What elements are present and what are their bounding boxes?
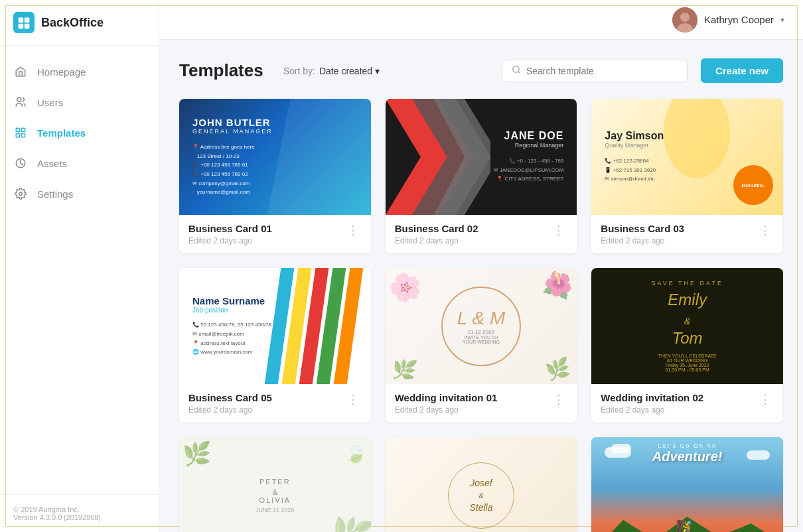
main-area: Kathryn Cooper ▾ Templates Sort by: Date… — [159, 0, 803, 532]
template-thumb-wi02: SAVE THE DATE Emily & Tom THEN YOU'LL CE… — [591, 268, 783, 384]
template-thumb-wi03: 🌿 🍃 🌿 PETER & OLIVIA JUNE 21 2020 — [179, 437, 371, 532]
template-card-adv01[interactable]: Let's Go On An Adventure! 🧗 Adventure Po… — [591, 437, 783, 532]
template-thumb-adv01: Let's Go On An Adventure! 🧗 — [591, 437, 783, 532]
template-card-wi03[interactable]: 🌿 🍃 🌿 PETER & OLIVIA JUNE 21 2020 Weddi — [179, 437, 371, 532]
content-area: Templates Sort by: Date created ▾ Create… — [159, 40, 803, 532]
templates-grid: JOHN BUTLER GENERAL MANAGER 📍 Address li… — [179, 99, 783, 532]
template-card-wi02[interactable]: SAVE THE DATE Emily & Tom THEN YOU'LL CE… — [591, 268, 783, 423]
